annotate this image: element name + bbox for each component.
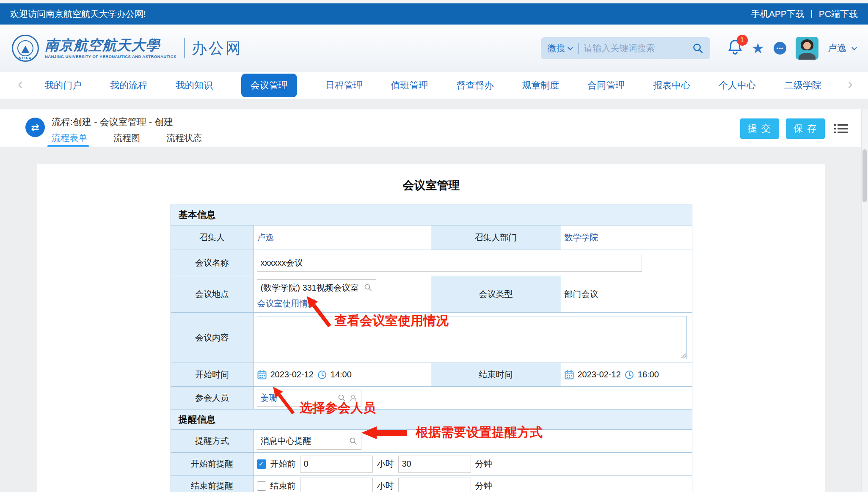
scrollbar-track[interactable] — [861, 109, 868, 492]
favorites-star-icon[interactable]: ★ — [752, 41, 764, 55]
chevron-down-icon — [568, 45, 573, 50]
before-start-hours-input[interactable] — [300, 456, 373, 473]
chevron-down-icon[interactable] — [851, 45, 857, 50]
nav-item-supervision[interactable]: 督查督办 — [456, 79, 493, 92]
search-icon[interactable] — [364, 283, 372, 292]
meeting-name-input[interactable] — [257, 255, 642, 272]
participants-picker[interactable]: 姜珊 — [257, 390, 361, 407]
section-title: 提醒信息 — [171, 410, 692, 430]
nav-item-my-knowledge[interactable]: 我的知识 — [176, 79, 213, 92]
form-card: 会议室管理 基本信息 召集人 卢逸 召集人部门 数学学院 会议名称 会议地点 (… — [37, 164, 825, 492]
nav-item-personal-center[interactable]: 个人中心 — [719, 79, 756, 92]
user-name[interactable]: 卢逸 — [828, 42, 846, 55]
process-tabs: 流程表单 流程图 流程状态 — [52, 132, 202, 144]
before-end-minutes-input[interactable] — [398, 478, 471, 492]
page-header: ⇄ 流程:创建 - 会议室管理 - 创建 流程表单 流程图 流程状态 提 交 保… — [0, 109, 868, 147]
before-start-checkbox[interactable]: ✓ — [257, 459, 266, 469]
meeting-type-label: 会议类型 — [431, 276, 561, 313]
convener-dept-value: 数学学院 — [561, 233, 598, 242]
mobile-app-download-link[interactable]: 手机APP下载 — [751, 8, 805, 20]
participants-value: 姜珊 — [261, 392, 278, 404]
start-time-label: 开始时间 — [171, 363, 254, 387]
convener-label: 召集人 — [171, 225, 254, 250]
avatar-face — [803, 42, 811, 49]
submit-button[interactable]: 提 交 — [740, 118, 779, 139]
nav-prev-icon[interactable]: ‹ — [18, 75, 23, 93]
search-icon[interactable] — [338, 394, 346, 402]
seal-inner-ring — [17, 40, 33, 56]
person-select-icon[interactable] — [349, 394, 358, 402]
table-row: 开始前提醒 ✓ 开始前 小时 分钟 — [171, 453, 692, 476]
list-menu-icon[interactable] — [834, 123, 848, 135]
reminder-method-label: 提醒方式 — [171, 430, 254, 453]
more-options-icon[interactable]: ••• — [774, 42, 786, 55]
search-icon[interactable] — [349, 437, 358, 445]
nav-item-duty-management[interactable]: 值班管理 — [391, 79, 428, 92]
save-button[interactable]: 保 存 — [786, 118, 825, 139]
nav-item-schedule-management[interactable]: 日程管理 — [325, 79, 363, 92]
before-start-check-label: 开始前 — [270, 458, 296, 470]
start-datetime-picker[interactable]: 2023-02-12 14:00 — [254, 370, 431, 380]
download-links: 手机APP下载 PC端下载 — [751, 8, 858, 20]
before-end-hours-input[interactable] — [300, 478, 373, 492]
location-picker[interactable]: (数学学院) 331视频会议室 — [257, 279, 376, 296]
section-basic-info: 基本信息 — [171, 204, 692, 225]
end-time-value: 16:00 — [638, 370, 659, 379]
nav-item-meeting-management[interactable]: 会议管理 — [241, 74, 297, 97]
nav-item-contract-management[interactable]: 合同管理 — [587, 79, 625, 92]
calendar-icon[interactable] — [564, 370, 574, 380]
seal-acronym: NUAA — [19, 56, 32, 60]
brand-logo: NUAA 南京航空航天大學 NANJING UNIVERSITY OF AERO… — [12, 35, 242, 62]
divider — [184, 38, 185, 58]
tab-process-form[interactable]: 流程表单 — [52, 132, 87, 144]
nav-item-my-flows[interactable]: 我的流程 — [110, 79, 147, 92]
meeting-form-table: 基本信息 召集人 卢逸 召集人部门 数学学院 会议名称 会议地点 (数学学院) … — [171, 204, 692, 492]
table-row: 召集人 卢逸 召集人部门 数学学院 — [171, 225, 692, 250]
start-time-value: 14:00 — [331, 370, 352, 379]
global-search-box[interactable]: 微搜 — [541, 37, 710, 59]
avatar[interactable] — [796, 37, 818, 60]
reminder-method-picker[interactable]: 消息中心提醒 — [257, 433, 361, 450]
before-end-checkbox[interactable] — [257, 481, 266, 491]
before-start-minutes-input[interactable] — [398, 456, 471, 473]
minutes-unit: 分钟 — [475, 458, 492, 470]
end-time-label: 结束时间 — [431, 363, 561, 387]
nav-items: 我的门户 我的流程 我的知识 会议管理 日程管理 值班管理 督查督办 规章制度 … — [44, 74, 821, 97]
table-row: 开始时间 2023-02-12 — [171, 363, 692, 387]
divider — [811, 10, 812, 18]
nav-next-icon[interactable]: › — [848, 75, 853, 93]
participants-label: 参会人员 — [171, 387, 254, 410]
university-name-cn: 南京航空航天大學 — [45, 38, 176, 52]
search-icon[interactable] — [692, 43, 703, 54]
nav-item-report-center[interactable]: 报表中心 — [653, 79, 690, 92]
welcome-bar: 欢迎访问南京航空航天大学办公网! 手机APP下载 PC端下载 — [0, 3, 868, 25]
tab-process-diagram[interactable]: 流程图 — [113, 132, 140, 144]
university-name-en: NANJING UNIVERSITY OF AERONAUTICS AND AS… — [45, 54, 176, 59]
content-label: 会议内容 — [171, 313, 254, 363]
clock-icon[interactable] — [624, 370, 634, 380]
meeting-content-textarea[interactable] — [257, 316, 687, 359]
nav-item-my-portal[interactable]: 我的门户 — [44, 79, 82, 92]
main-nav: ‹ 我的门户 我的流程 我的知识 会议管理 日程管理 值班管理 督查督办 规章制… — [0, 72, 868, 99]
search-input[interactable] — [584, 43, 692, 53]
end-datetime-picker[interactable]: 2023-02-12 16:00 — [561, 370, 692, 380]
convener-value: 卢逸 — [254, 233, 274, 242]
pc-download-link[interactable]: PC端下载 — [819, 8, 858, 20]
hours-unit: 小时 — [377, 458, 394, 470]
resize-handle[interactable] — [681, 353, 686, 358]
calendar-icon[interactable] — [257, 370, 267, 380]
nav-item-secondary-colleges[interactable]: 二级学院 — [784, 79, 821, 92]
tab-process-status[interactable]: 流程状态 — [166, 132, 202, 144]
site-name: 办公网 — [192, 38, 242, 59]
location-label: 会议地点 — [171, 276, 254, 313]
top-strip — [0, 0, 868, 3]
search-scope-select[interactable]: 微搜 — [548, 42, 565, 54]
start-date-value: 2023-02-12 — [270, 370, 314, 379]
table-row: 会议地点 (数学学院) 331视频会议室 会议室使用情况 会议类型 部门会议 — [171, 276, 692, 313]
room-usage-link[interactable]: 会议室使用情况 — [257, 298, 317, 309]
clock-icon[interactable] — [317, 370, 327, 380]
scrollbar-thumb[interactable] — [862, 149, 867, 202]
notifications-button[interactable]: 1 — [728, 39, 742, 57]
active-tab-underline — [47, 145, 89, 147]
nav-item-regulations[interactable]: 规章制度 — [522, 79, 559, 92]
